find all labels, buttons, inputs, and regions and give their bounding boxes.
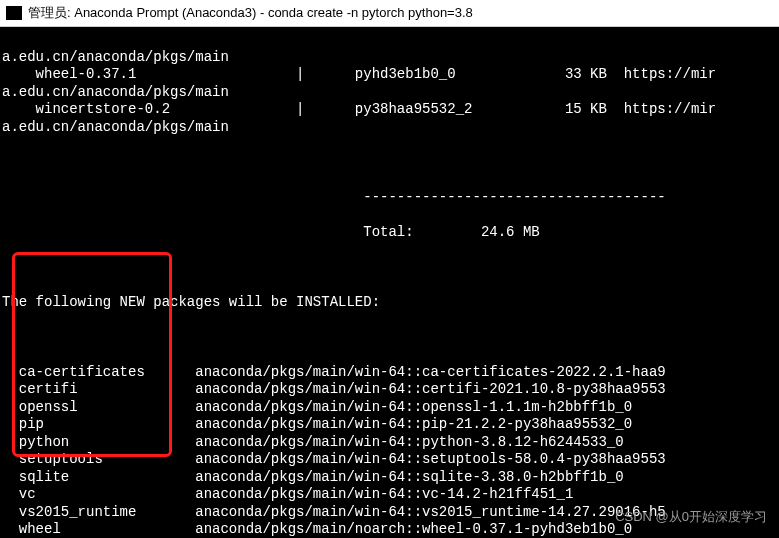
package-row: python anaconda/pkgs/main/win-64::python… — [2, 434, 777, 452]
separator-line: ------------------------------------ — [2, 189, 777, 207]
watermark: CSDN @从0开始深度学习 — [615, 509, 767, 525]
download-row: a.edu.cn/anaconda/pkgs/main — [2, 84, 777, 102]
package-row: sqlite anaconda/pkgs/main/win-64::sqlite… — [2, 469, 777, 487]
package-row: certifi anaconda/pkgs/main/win-64::certi… — [2, 381, 777, 399]
package-row: setuptools anaconda/pkgs/main/win-64::se… — [2, 451, 777, 469]
cmd-icon — [6, 6, 22, 20]
terminal-output[interactable]: a.edu.cn/anaconda/pkgs/main wheel-0.37.1… — [0, 27, 779, 538]
package-row: vc anaconda/pkgs/main/win-64::vc-14.2-h2… — [2, 486, 777, 504]
download-row: wheel-0.37.1 | pyhd3eb1b0_0 33 KB https:… — [2, 66, 777, 84]
download-row: a.edu.cn/anaconda/pkgs/main — [2, 119, 777, 137]
titlebar: 管理员: Anaconda Prompt (Anaconda3) - conda… — [0, 0, 779, 27]
install-header: The following NEW packages will be INSTA… — [2, 294, 777, 312]
download-row: a.edu.cn/anaconda/pkgs/main — [2, 49, 777, 67]
package-row: ca-certificates anaconda/pkgs/main/win-6… — [2, 364, 777, 382]
package-row: pip anaconda/pkgs/main/win-64::pip-21.2.… — [2, 416, 777, 434]
window-title: 管理员: Anaconda Prompt (Anaconda3) - conda… — [28, 4, 473, 22]
total-line: Total: 24.6 MB — [2, 224, 777, 242]
download-row: wincertstore-0.2 | py38haa95532_2 15 KB … — [2, 101, 777, 119]
package-row: openssl anaconda/pkgs/main/win-64::opens… — [2, 399, 777, 417]
